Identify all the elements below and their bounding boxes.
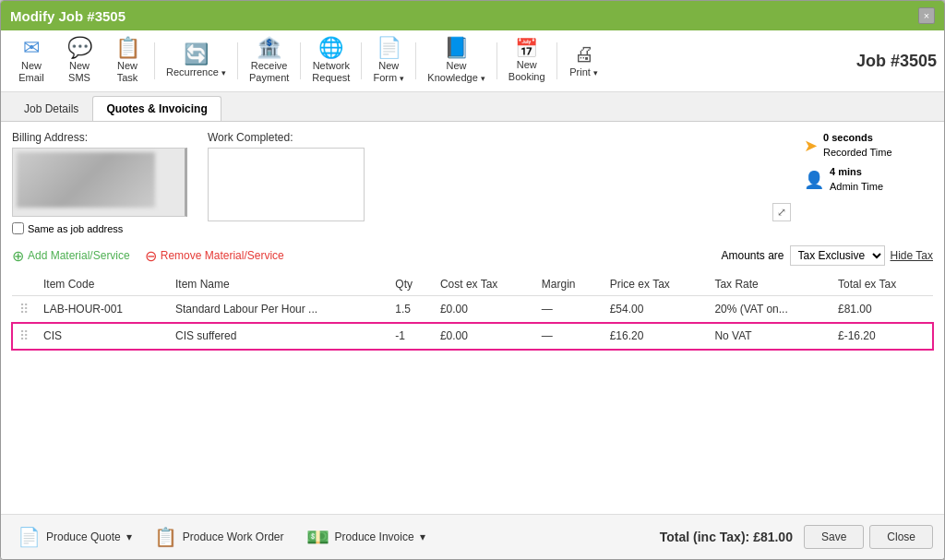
email-icon: ✉ <box>23 38 40 58</box>
recurrence-label: Recurrence ▾ <box>166 66 226 78</box>
margin: — <box>534 323 603 350</box>
col-drag <box>12 273 36 296</box>
drag-handle: ⠿ <box>12 296 36 323</box>
close-window-button[interactable]: × <box>918 7 935 24</box>
produce-work-order-label: Produce Work Order <box>183 530 284 543</box>
margin: — <box>534 296 603 323</box>
network-request-button[interactable]: 🌐 NetworkRequest <box>305 34 357 88</box>
knowledge-icon: 📘 <box>444 38 469 58</box>
new-sms-label: NewSMS <box>68 60 90 84</box>
table-body: ⠿LAB-HOUR-001Standard Labour Per Hour ..… <box>12 296 933 350</box>
billing-address-blurred <box>17 152 155 208</box>
billing-section: Billing Address: Same as job address <box>12 131 197 234</box>
booking-icon: 📅 <box>515 39 538 57</box>
produce-quote-arrow: ▾ <box>126 530 132 543</box>
title-bar: Modify Job #3505 × <box>1 1 944 30</box>
total-value: £81.00 <box>753 530 793 544</box>
admin-time-value: 4 mins <box>830 165 883 179</box>
main-window: Modify Job #3505 × ✉ NewEmail 💬 NewSMS 📋… <box>0 0 945 560</box>
item-code: LAB-HOUR-001 <box>36 296 168 323</box>
new-task-label: NewTask <box>117 60 138 84</box>
add-icon: ⊕ <box>12 247 24 265</box>
receive-payment-button[interactable]: 🏦 ReceivePayment <box>242 34 296 88</box>
admin-time-label: Admin Time <box>830 180 883 194</box>
new-booking-button[interactable]: 📅 NewBooking <box>501 35 553 87</box>
recurrence-button[interactable]: 🔄 Recurrence ▾ <box>159 41 233 82</box>
table-row[interactable]: ⠿LAB-HOUR-001Standard Labour Per Hour ..… <box>12 296 933 323</box>
produce-invoice-label: Produce Invoice <box>335 530 414 543</box>
remove-material-label: Remove Material/Service <box>161 249 284 262</box>
separator-4 <box>361 42 362 79</box>
same-as-job-checkbox[interactable] <box>12 222 24 234</box>
drag-handle: ⠿ <box>12 323 36 350</box>
new-email-button[interactable]: ✉ NewEmail <box>8 34 54 88</box>
billing-address-label: Billing Address: <box>12 131 197 144</box>
amounts-label: Amounts are <box>721 249 784 262</box>
tab-bar: Job Details Quotes & Invoicing <box>1 92 944 122</box>
separator-7 <box>556 42 557 79</box>
new-sms-button[interactable]: 💬 NewSMS <box>56 34 102 88</box>
recorded-time-icon: ➤ <box>804 136 818 156</box>
total-text: Total (inc Tax): £81.00 <box>660 530 793 544</box>
work-completed-textarea[interactable] <box>208 148 365 221</box>
save-button[interactable]: Save <box>804 525 864 549</box>
cost-ex-tax: £0.00 <box>433 296 534 323</box>
expand-textarea-button[interactable]: ⤢ <box>772 203 791 221</box>
recorded-time-info: 0 seconds Recorded Time <box>823 131 892 160</box>
work-completed-section: Work Completed: ⤢ <box>208 131 793 234</box>
print-button[interactable]: 🖨 Print ▾ <box>561 41 607 82</box>
produce-invoice-arrow: ▾ <box>420 530 425 543</box>
hide-tax-button[interactable]: Hide Tax <box>891 249 933 262</box>
col-item-code: Item Code <box>36 273 168 296</box>
content-area: Billing Address: Same as job address Wor… <box>1 122 944 514</box>
col-cost-ex-tax: Cost ex Tax <box>433 273 534 296</box>
col-item-name: Item Name <box>168 273 388 296</box>
new-knowledge-button[interactable]: 📘 NewKnowledge ▾ <box>420 34 493 88</box>
new-task-button[interactable]: 📋 NewTask <box>104 34 150 88</box>
produce-work-order-icon: 📋 <box>154 526 177 548</box>
action-buttons: Save Close <box>804 525 933 549</box>
new-email-label: NewEmail <box>18 60 44 84</box>
task-icon: 📋 <box>115 38 140 58</box>
form-icon: 📄 <box>377 38 401 58</box>
table-row[interactable]: ⠿CISCIS suffered-1£0.00—£16.20No VAT£-16… <box>12 323 933 350</box>
produce-invoice-icon: 💵 <box>306 526 329 548</box>
total-ex-tax: £-16.20 <box>831 323 933 350</box>
col-margin: Margin <box>534 273 603 296</box>
material-controls: ⊕ Add Material/Service ⊖ Remove Material… <box>12 245 933 266</box>
admin-time-icon: 👤 <box>804 170 824 190</box>
recorded-time-row: ➤ 0 seconds Recorded Time <box>804 131 892 160</box>
cost-ex-tax: £0.00 <box>433 323 534 350</box>
tab-job-details[interactable]: Job Details <box>10 96 92 121</box>
billing-address-box <box>12 148 187 217</box>
time-section: ➤ 0 seconds Recorded Time 👤 4 mins Admin… <box>804 131 933 234</box>
add-material-label: Add Material/Service <box>28 249 130 262</box>
produce-invoice-button[interactable]: 💵 Produce Invoice ▾ <box>301 522 431 552</box>
work-completed-label: Work Completed: <box>208 131 793 144</box>
produce-work-order-button[interactable]: 📋 Produce Work Order <box>149 522 290 552</box>
amounts-select[interactable]: Tax Exclusive Tax Inclusive <box>790 245 885 266</box>
same-as-job-label: Same as job address <box>28 223 123 234</box>
items-table: Item Code Item Name Qty Cost ex Tax Marg… <box>12 273 933 350</box>
col-total-ex-tax: Total ex Tax <box>831 273 933 296</box>
close-button[interactable]: Close <box>869 525 933 549</box>
add-material-button[interactable]: ⊕ Add Material/Service <box>12 247 130 265</box>
window-title: Modify Job #3505 <box>10 8 126 24</box>
payment-icon: 🏦 <box>257 38 281 58</box>
item-name: Standard Labour Per Hour ... <box>168 296 388 323</box>
remove-material-button[interactable]: ⊖ Remove Material/Service <box>145 247 284 265</box>
produce-quote-button[interactable]: 📄 Produce Quote ▾ <box>12 522 138 552</box>
recorded-time-label: Recorded Time <box>823 146 892 160</box>
separator-3 <box>300 42 301 79</box>
network-icon: 🌐 <box>318 38 343 58</box>
footer: 📄 Produce Quote ▾ 📋 Produce Work Order 💵… <box>1 514 944 559</box>
new-form-button[interactable]: 📄 NewForm ▾ <box>365 34 412 88</box>
qty: -1 <box>388 323 433 350</box>
separator-6 <box>496 42 497 79</box>
top-section: Billing Address: Same as job address Wor… <box>12 131 933 234</box>
new-form-label: NewForm ▾ <box>373 60 404 84</box>
job-number: Job #3505 <box>856 52 937 71</box>
tab-quotes-invoicing[interactable]: Quotes & Invoicing <box>92 96 221 121</box>
item-code: CIS <box>36 323 168 350</box>
amounts-section: Amounts are Tax Exclusive Tax Inclusive … <box>721 245 933 266</box>
